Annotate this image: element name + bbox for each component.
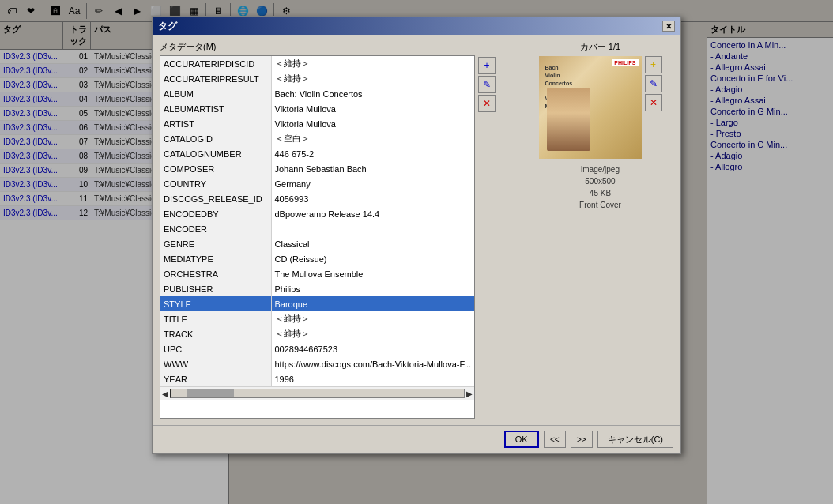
metadata-row[interactable]: ACCURATERIPDISCID＜維持＞: [160, 56, 474, 71]
dialog-title: タグ: [158, 20, 177, 33]
metadata-value: ＜維持＞: [271, 56, 474, 71]
metadata-key: ALBUMARTIST: [160, 101, 271, 116]
metadata-value: Classical: [271, 236, 474, 251]
scroll-track[interactable]: [170, 389, 465, 398]
metadata-key: TITLE: [160, 311, 271, 326]
metadata-value: Viktoria Mullova: [271, 101, 474, 116]
metadata-value: ＜空白＞: [271, 131, 474, 146]
metadata-row[interactable]: DISCOGS_RELEASE_ID4056993: [160, 191, 474, 206]
metadata-table-wrap: ACCURATERIPDISCID＜維持＞ACCURATERIPRESULT＜維…: [160, 55, 475, 419]
metadata-row[interactable]: TRACK＜維持＞: [160, 326, 474, 341]
metadata-key: CATALOGNUMBER: [160, 146, 271, 161]
cover-person: [547, 88, 590, 151]
ok-button[interactable]: OK: [504, 431, 539, 448]
metadata-value: Johann Sebastian Bach: [271, 161, 474, 176]
delete-cover-button[interactable]: ✕: [645, 94, 662, 111]
cover-label: カバー 1/1: [580, 41, 620, 53]
metadata-key: ALBUM: [160, 86, 271, 101]
metadata-key: UPC: [160, 341, 271, 356]
metadata-key: GENRE: [160, 236, 271, 251]
metadata-row[interactable]: TITLE＜維持＞: [160, 311, 474, 326]
cover-image-type: image/jpeg: [579, 164, 621, 175]
cover-info: image/jpeg 500x500 45 KB Front Cover: [579, 164, 621, 211]
next-button[interactable]: >>: [571, 431, 593, 448]
prev-button[interactable]: <<: [544, 431, 566, 448]
metadata-value: Philips: [271, 281, 474, 296]
metadata-value: The Mullova Ensemble: [271, 266, 474, 281]
metadata-value: Baroque: [271, 296, 474, 311]
metadata-row[interactable]: ORCHESTRAThe Mullova Ensemble: [160, 266, 474, 281]
metadata-row[interactable]: WWWhttps://www.discogs.com/Bach-Viktoria…: [160, 356, 474, 371]
metadata-row[interactable]: UPC0028944667523: [160, 341, 474, 356]
metadata-row[interactable]: CATALOGID＜空白＞: [160, 131, 474, 146]
add-metadata-button[interactable]: +: [478, 57, 496, 74]
metadata-row[interactable]: COMPOSERJohann Sebastian Bach: [160, 161, 474, 176]
metadata-table: ACCURATERIPDISCID＜維持＞ACCURATERIPRESULT＜維…: [160, 56, 474, 386]
add-cover-button[interactable]: +: [645, 56, 662, 73]
metadata-key: WWW: [160, 356, 271, 371]
metadata-key: YEAR: [160, 371, 271, 386]
cover-size: 45 KB: [579, 187, 621, 199]
metadata-action-buttons: + ✎ ✕: [478, 55, 496, 112]
metadata-value: https://www.discogs.com/Bach-Viktoria-Mu…: [271, 356, 474, 371]
metadata-value: CD (Reissue): [271, 251, 474, 266]
scroll-row: ◀ ▶: [160, 386, 474, 400]
metadata-row[interactable]: ARTISTViktoria Mullova: [160, 116, 474, 131]
metadata-row[interactable]: ENCODEDBYdBpoweramp Release 14.4: [160, 206, 474, 221]
cover-image: PHILIPS BachViolinConcertosViktoriaMullo…: [539, 56, 642, 159]
metadata-value: ＜維持＞: [271, 71, 474, 86]
tag-dialog: タグ ✕ メタデータ(M) ACCURATERIPDISCID＜維持＞ACCUR…: [152, 16, 681, 454]
metadata-key: STYLE: [160, 296, 271, 311]
cover-buttons: + ✎ ✕: [645, 56, 662, 111]
metadata-key: COUNTRY: [160, 176, 271, 191]
delete-metadata-button[interactable]: ✕: [478, 95, 496, 112]
metadata-value: [271, 221, 474, 236]
metadata-value: Viktoria Mullova: [271, 116, 474, 131]
dialog-close-button[interactable]: ✕: [662, 21, 675, 32]
metadata-value: ＜維持＞: [271, 326, 474, 341]
metadata-row[interactable]: ALBUMARTISTViktoria Mullova: [160, 101, 474, 116]
metadata-value: Bach: Violin Concertos: [271, 86, 474, 101]
metadata-key: COMPOSER: [160, 161, 271, 176]
metadata-row[interactable]: GENREClassical: [160, 236, 474, 251]
metadata-row[interactable]: STYLEBaroque: [160, 296, 474, 311]
metadata-value: dBpoweramp Release 14.4: [271, 206, 474, 221]
dialog-footer: OK << >> キャンセル(C): [153, 425, 680, 453]
edit-cover-button[interactable]: ✎: [645, 75, 662, 92]
metadata-key: CATALOGID: [160, 131, 271, 146]
metadata-section: メタデータ(M) ACCURATERIPDISCID＜維持＞ACCURATERI…: [160, 41, 521, 419]
metadata-row[interactable]: ENCODER: [160, 221, 474, 236]
edit-metadata-button[interactable]: ✎: [478, 76, 496, 93]
metadata-value: 446 675-2: [271, 146, 474, 161]
metadata-key: ACCURATERIPRESULT: [160, 71, 271, 86]
metadata-row[interactable]: ACCURATERIPRESULT＜維持＞: [160, 71, 474, 86]
metadata-row[interactable]: ALBUMBach: Violin Concertos: [160, 86, 474, 101]
metadata-key: ACCURATERIPDISCID: [160, 56, 271, 71]
cover-area: PHILIPS BachViolinConcertosViktoriaMullo…: [539, 56, 662, 159]
metadata-label: メタデータ(M): [160, 41, 521, 53]
metadata-key: MEDIATYPE: [160, 251, 271, 266]
metadata-value: 0028944667523: [271, 341, 474, 356]
dialog-overlay: タグ ✕ メタデータ(M) ACCURATERIPDISCID＜維持＞ACCUR…: [0, 0, 833, 504]
philips-logo: PHILIPS: [612, 59, 638, 66]
metadata-value: ＜維持＞: [271, 311, 474, 326]
metadata-row[interactable]: MEDIATYPECD (Reissue): [160, 251, 474, 266]
metadata-row[interactable]: COUNTRYGermany: [160, 176, 474, 191]
metadata-value: Germany: [271, 176, 474, 191]
metadata-key: TRACK: [160, 326, 271, 341]
cancel-button[interactable]: キャンセル(C): [597, 431, 673, 448]
metadata-value: 4056993: [271, 191, 474, 206]
metadata-key: ARTIST: [160, 116, 271, 131]
metadata-key: DISCOGS_RELEASE_ID: [160, 191, 271, 206]
metadata-key: ENCODEDBY: [160, 206, 271, 221]
metadata-row[interactable]: PUBLISHERPhilips: [160, 281, 474, 296]
cover-cover-label: Front Cover: [579, 199, 621, 211]
metadata-row[interactable]: CATALOGNUMBER446 675-2: [160, 146, 474, 161]
metadata-value: 1996: [271, 371, 474, 386]
metadata-row[interactable]: YEAR1996: [160, 371, 474, 386]
scroll-right-arrow[interactable]: ▶: [466, 389, 473, 398]
metadata-key: PUBLISHER: [160, 281, 271, 296]
cover-section: カバー 1/1 PHILIPS BachViolinConcertosVikto…: [527, 41, 673, 419]
scroll-left-arrow[interactable]: ◀: [162, 389, 168, 398]
metadata-key: ENCODER: [160, 221, 271, 236]
